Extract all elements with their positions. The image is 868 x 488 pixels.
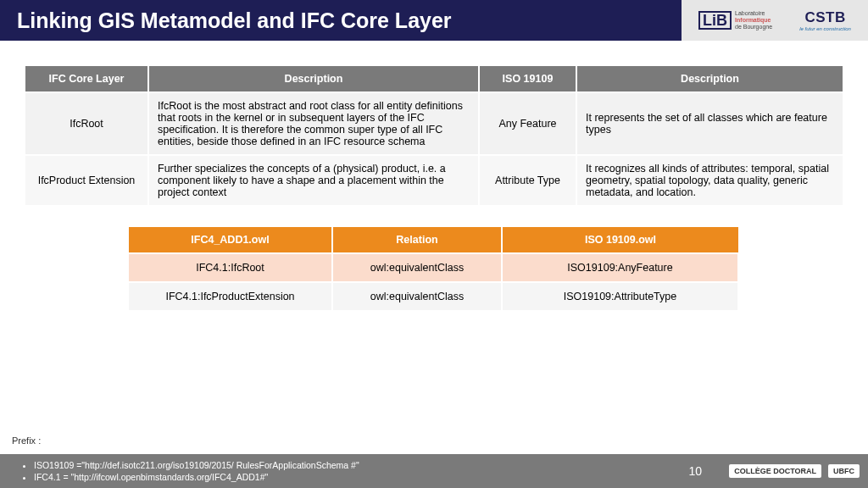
cell-iso: Attribute Type <box>479 155 576 205</box>
prefix-label: Prefix : <box>12 435 41 446</box>
cell-iso-owl: ISO19109:AnyFeature <box>502 253 738 282</box>
cstb-logo: CSTB le futur en construction <box>799 9 851 31</box>
th-desc1: Description <box>148 66 479 92</box>
cell-desc: IfcRoot is the most abstract and root cl… <box>148 92 479 155</box>
th-relation: Relation <box>332 227 502 253</box>
th-iso-owl: ISO 19109.owl <box>502 227 738 253</box>
page-title: Linking GIS Metamodel and IFC Core Layer <box>0 0 682 41</box>
owl-relation-table: IFC4_ADD1.owl Relation ISO 19109.owl IFC… <box>129 227 739 310</box>
lib-line1: Laboratoire <box>735 10 772 17</box>
th-desc2: Description <box>576 66 843 92</box>
table-row: IFC4.1:IfcProductExtension owl:equivalen… <box>129 282 738 310</box>
cell-ifc-owl: IFC4.1:IfcRoot <box>129 253 332 282</box>
cstb-big: CSTB <box>799 9 851 26</box>
mapping-table: IFC Core Layer Description ISO 19109 Des… <box>25 66 843 205</box>
cell-relation: owl:equivalentClass <box>332 282 502 310</box>
prefix-item: ISO19109 ="http://def.isotc211.org/iso19… <box>34 459 359 471</box>
lib-line3: de Bourgogne <box>735 24 772 30</box>
slide-header: Linking GIS Metamodel and IFC Core Layer… <box>0 0 868 41</box>
slide-footer: ISO19109 ="http://def.isotc211.org/iso19… <box>0 454 868 488</box>
lib-mark-icon: LiB <box>698 11 732 30</box>
cell-iso: Any Feature <box>479 92 576 155</box>
prefix-list: ISO19109 ="http://def.isotc211.org/iso19… <box>34 459 359 483</box>
cell-desc: Further specializes the concepts of a (p… <box>148 155 479 205</box>
lib-logo: LiB Laboratoire Informatique de Bourgogn… <box>698 10 772 30</box>
cell-ifc-owl: IFC4.1:IfcProductExtension <box>129 282 332 310</box>
th-ifc-owl: IFC4_ADD1.owl <box>129 227 332 253</box>
page-number: 10 <box>688 464 702 478</box>
cell-ifc: IfcProduct Extension <box>25 155 148 205</box>
content: IFC Core Layer Description ISO 19109 Des… <box>0 41 868 310</box>
th-iso: ISO 19109 <box>479 66 576 92</box>
logo-area: LiB Laboratoire Informatique de Bourgogn… <box>682 0 868 41</box>
prefix-item: IFC4.1 = "http://ifcowl.openbimstandards… <box>34 471 359 483</box>
lib-line2: Informatique <box>735 17 771 23</box>
ubfc-logo: UBFC <box>828 464 860 478</box>
lib-text: Laboratoire Informatique de Bourgogne <box>735 10 772 30</box>
table-row: IfcProduct Extension Further specializes… <box>25 155 843 205</box>
cstb-small: le futur en construction <box>799 26 851 31</box>
table-row: IfcRoot IfcRoot is the most abstract and… <box>25 92 843 155</box>
footer-logos: COLLÈGE DOCTORAL UBFC <box>729 464 860 478</box>
table-row: IFC4.1:IfcRoot owl:equivalentClass ISO19… <box>129 253 738 282</box>
cell-iso-desc: It recognizes all kinds of attributes: t… <box>576 155 843 205</box>
cell-relation: owl:equivalentClass <box>332 253 502 282</box>
th-ifc-core: IFC Core Layer <box>25 66 148 92</box>
cell-iso-desc: It represents the set of all classes whi… <box>576 92 843 155</box>
college-doctoral-logo: COLLÈGE DOCTORAL <box>729 464 821 478</box>
cell-ifc: IfcRoot <box>25 92 148 155</box>
cell-iso-owl: ISO19109:AttributeType <box>502 282 738 310</box>
